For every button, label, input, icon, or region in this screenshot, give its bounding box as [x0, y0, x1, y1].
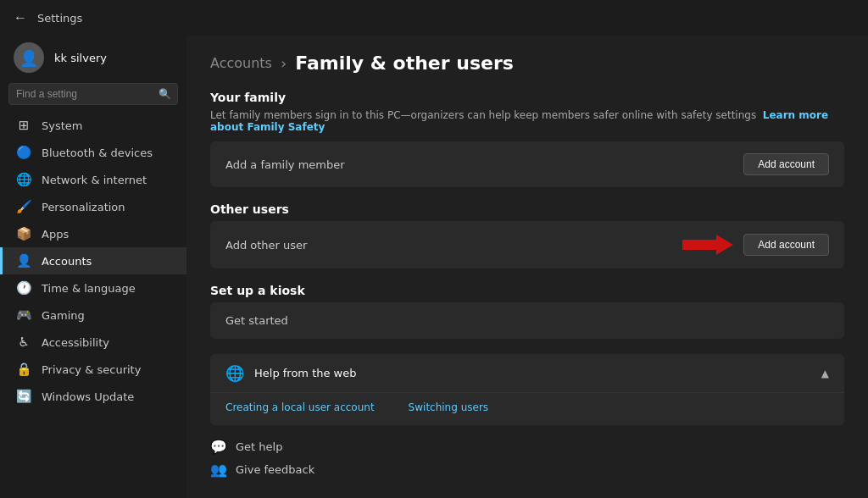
give-feedback-icon: 👥 [210, 462, 227, 478]
breadcrumb: Accounts › Family & other users [210, 53, 844, 74]
sidebar-item-personalization[interactable]: 🖌️ Personalization [0, 193, 186, 220]
help-link-local-account[interactable]: Creating a local user account [225, 401, 375, 413]
breadcrumb-separator: › [281, 54, 287, 72]
add-family-card: Add a family member Add account [210, 141, 844, 187]
privacy-icon: 🔒 [16, 362, 31, 377]
bluetooth-icon: 🔵 [16, 145, 31, 160]
add-other-user-button[interactable]: Add account [743, 234, 829, 256]
your-family-desc: Let family members sign in to this PC—or… [210, 109, 844, 133]
personalization-icon: 🖌️ [16, 199, 31, 214]
sidebar-item-update[interactable]: 🔄 Windows Update [0, 383, 186, 410]
apps-label: Apps [42, 228, 69, 241]
other-users-title: Other users [210, 202, 844, 216]
avatar: 👤 [14, 42, 44, 73]
search-icon: 🔍 [159, 88, 171, 100]
title-bar-title: Settings [37, 12, 82, 25]
help-globe-icon: 🌐 [225, 364, 244, 382]
add-other-user-label: Add other user [225, 239, 307, 252]
gaming-label: Gaming [42, 309, 85, 322]
give-feedback-link[interactable]: 👥 Give feedback [210, 462, 844, 478]
arrow-container: Add account [682, 233, 829, 257]
content-area: Accounts › Family & other users Your fam… [186, 36, 868, 498]
search-input[interactable] [8, 83, 178, 105]
get-help-icon: 💬 [210, 439, 227, 455]
add-family-button[interactable]: Add account [743, 153, 829, 175]
chevron-up-icon: ▲ [821, 368, 829, 379]
apps-icon: 📦 [16, 226, 31, 241]
sidebar-item-privacy[interactable]: 🔒 Privacy & security [0, 356, 186, 383]
sidebar-item-bluetooth[interactable]: 🔵 Bluetooth & devices [0, 139, 186, 166]
help-header-left: 🌐 Help from the web [225, 364, 357, 382]
kiosk-section: Set up a kiosk Get started [210, 284, 844, 339]
network-icon: 🌐 [16, 172, 31, 187]
time-label: Time & language [42, 282, 136, 295]
help-link-switching-users[interactable]: Switching users [409, 401, 488, 413]
sidebar-item-time[interactable]: 🕐 Time & language [0, 274, 186, 302]
gaming-icon: 🎮 [16, 307, 31, 323]
search-box: 🔍 [8, 83, 178, 105]
sidebar-item-gaming[interactable]: 🎮 Gaming [0, 302, 186, 329]
get-help-link[interactable]: 💬 Get help [210, 439, 844, 455]
nav-list: ⊞ System 🔵 Bluetooth & devices 🌐 Network… [0, 112, 186, 410]
svg-marker-0 [682, 235, 733, 255]
breadcrumb-parent: Accounts [210, 55, 272, 71]
kiosk-card: Get started [210, 302, 844, 339]
personalization-label: Personalization [42, 201, 125, 213]
bottom-links: 💬 Get help 👥 Give feedback [210, 439, 844, 478]
accessibility-label: Accessibility [42, 336, 109, 349]
update-label: Windows Update [42, 390, 134, 403]
system-label: System [42, 119, 82, 132]
give-feedback-label: Give feedback [236, 463, 314, 476]
sidebar-item-system[interactable]: ⊞ System [0, 112, 186, 139]
breadcrumb-current: Family & other users [295, 53, 514, 74]
your-family-section: Your family Let family members sign in t… [210, 91, 844, 187]
help-header[interactable]: 🌐 Help from the web ▲ [210, 354, 844, 392]
user-profile[interactable]: 👤 kk silvery [0, 36, 186, 83]
add-family-label: Add a family member [225, 158, 345, 171]
sidebar-item-accounts[interactable]: 👤 Accounts [0, 247, 186, 274]
accounts-icon: 👤 [16, 253, 31, 268]
title-bar: ← Settings [0, 0, 868, 36]
accounts-label: Accounts [42, 255, 92, 268]
kiosk-label: Get started [225, 314, 288, 327]
accessibility-icon: ♿ [16, 335, 31, 350]
help-title: Help from the web [254, 367, 357, 379]
red-arrow-icon [682, 233, 733, 257]
help-card: 🌐 Help from the web ▲ Creating a local u… [210, 354, 844, 425]
kiosk-title: Set up a kiosk [210, 284, 844, 297]
privacy-label: Privacy & security [42, 363, 141, 376]
bluetooth-label: Bluetooth & devices [42, 147, 153, 159]
add-other-user-card: Add other user Add account [210, 221, 844, 268]
other-users-section: Other users Add other user Add account [210, 202, 844, 268]
sidebar-item-apps[interactable]: 📦 Apps [0, 220, 186, 247]
get-help-label: Get help [236, 440, 282, 453]
sidebar-item-network[interactable]: 🌐 Network & internet [0, 166, 186, 193]
sidebar-item-accessibility[interactable]: ♿ Accessibility [0, 329, 186, 356]
update-icon: 🔄 [16, 389, 31, 404]
your-family-title: Your family [210, 91, 844, 104]
system-icon: ⊞ [16, 118, 31, 133]
avatar-icon: 👤 [19, 49, 38, 67]
sidebar: 👤 kk silvery 🔍 ⊞ System 🔵 Bluetooth & de… [0, 36, 186, 498]
user-name: kk silvery [54, 52, 107, 64]
your-family-desc-text: Let family members sign in to this PC—or… [210, 109, 756, 121]
help-links: Creating a local user account Switching … [210, 392, 844, 425]
network-label: Network & internet [42, 174, 147, 186]
back-button[interactable]: ← [14, 10, 27, 25]
time-icon: 🕐 [16, 280, 31, 296]
